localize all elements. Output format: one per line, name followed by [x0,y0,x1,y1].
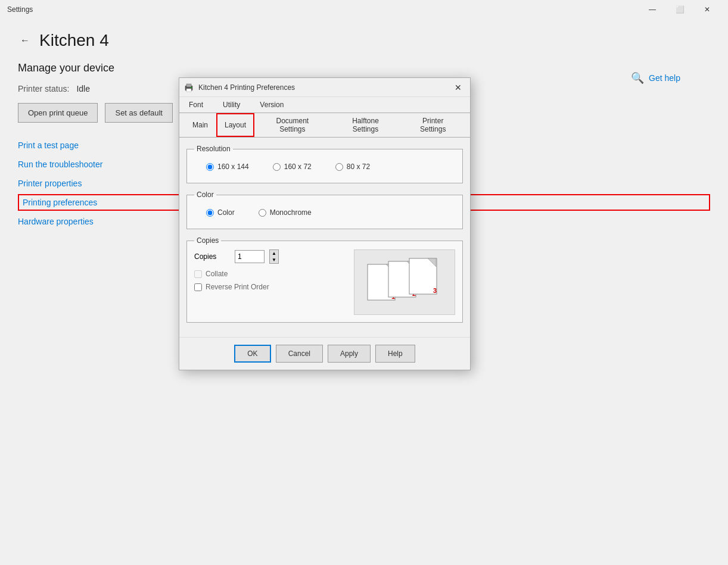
copies-legend: Copies [194,236,221,245]
svg-text:3: 3 [433,287,437,294]
dialog-footer: OK Cancel Apply Help [179,337,470,370]
resolution-radio-row: 160 x 144 160 x 72 80 x 72 [194,158,455,176]
tab-halftone-settings[interactable]: Halftone Settings [331,113,401,137]
resolution-80x72-label: 80 x 72 [347,163,370,171]
tab-printer-settings[interactable]: Printer Settings [400,113,465,137]
svg-rect-2 [186,89,191,92]
printer-status-label: Printer status: [18,84,69,93]
dialog-top-tabs: Font Utility Version [179,97,470,113]
page-header: ← Kitchen 4 [18,31,710,50]
monochrome-radio[interactable] [259,209,266,217]
color-radio[interactable] [206,209,214,217]
resolution-160x144[interactable]: 160 x 144 [206,163,249,171]
titlebar-left: Settings [7,5,33,14]
copies-input-row: Copies ▲ ▼ [194,249,344,264]
dialog-close-button[interactable]: ✕ [451,80,465,95]
color-group: Color Color Monochrome [186,191,463,229]
svg-point-3 [191,87,192,88]
collate-label: Collate [206,270,228,278]
titlebar: Settings — ⬜ ✕ [0,0,728,19]
resolution-radio-160x144[interactable] [206,163,214,171]
copies-controls: Copies ▲ ▼ Collate Reverse Print Order [194,249,344,296]
titlebar-controls: — ⬜ ✕ [639,0,721,19]
monochrome-label: Monochrome [270,208,312,217]
set-as-default-button[interactable]: Set as default [105,103,173,123]
open-print-queue-button[interactable]: Open print queue [18,103,98,123]
tab-version[interactable]: Version [250,97,294,113]
titlebar-title: Settings [7,5,33,14]
top-tab-group: Font Utility Version [179,97,470,113]
color-radio-row: Color Monochrome [194,204,455,221]
restore-button[interactable]: ⬜ [666,0,693,19]
back-button[interactable]: ← [18,33,32,48]
tab-font[interactable]: Font [179,97,213,113]
dialog-body: Resolution 160 x 144 160 x 72 80 x 72 Co… [179,138,470,337]
dialog-title: Kitchen 4 Printing Preferences [198,83,295,92]
copies-illustration: 1 2 3 [359,252,451,312]
copies-spinners: ▲ ▼ [269,249,279,264]
dialog-titlebar: Kitchen 4 Printing Preferences ✕ [179,78,470,97]
printing-preferences-dialog: Kitchen 4 Printing Preferences ✕ Font Ut… [179,77,471,370]
resolution-group: Resolution 160 x 144 160 x 72 80 x 72 [186,145,463,183]
resolution-160x72-label: 160 x 72 [284,163,312,171]
resolution-radio-160x72[interactable] [273,163,281,171]
resolution-160x144-label: 160 x 144 [217,163,249,171]
monochrome-option[interactable]: Monochrome [259,208,312,217]
apply-button[interactable]: Apply [328,345,371,363]
tab-utility[interactable]: Utility [213,97,250,113]
copies-increment[interactable]: ▲ [270,250,278,257]
copies-decrement[interactable]: ▼ [270,257,278,263]
tab-layout[interactable]: Layout [216,113,254,137]
resolution-160x72[interactable]: 160 x 72 [273,163,312,171]
svg-rect-1 [186,84,191,87]
help-button[interactable]: Help [375,345,415,363]
tab-document-settings[interactable]: Document Settings [254,113,331,137]
reverse-label: Reverse Print Order [206,283,269,291]
dialog-main-tabs: Main Layout Document Settings Halftone S… [179,113,470,138]
copies-group: Copies Copies ▲ ▼ Collate [186,236,463,323]
printer-status-value: Idle [76,84,90,93]
get-help[interactable]: 🔍 Get help [631,71,680,85]
dialog-titlebar-left: Kitchen 4 Printing Preferences [184,83,295,92]
reverse-print-row: Reverse Print Order [194,283,344,291]
close-button[interactable]: ✕ [693,0,721,19]
resolution-legend: Resolution [194,145,233,153]
page-title: Kitchen 4 [39,31,109,50]
ok-button[interactable]: OK [234,345,270,363]
copies-preview: 1 2 3 [354,249,455,315]
copies-input[interactable] [235,250,265,263]
resolution-80x72[interactable]: 80 x 72 [335,163,370,171]
color-legend: Color [194,191,216,199]
tab-main[interactable]: Main [184,113,216,137]
copies-inner: Copies ▲ ▼ Collate Reverse Print Order [194,249,455,315]
get-help-icon: 🔍 [631,71,644,85]
color-label: Color [217,208,235,217]
cancel-button[interactable]: Cancel [276,345,323,363]
color-option[interactable]: Color [206,208,235,217]
minimize-button[interactable]: — [639,0,666,19]
collate-row: Collate [194,270,344,278]
printer-icon [184,83,194,92]
get-help-label: Get help [649,73,680,83]
section-title: Manage your device [18,62,710,74]
collate-checkbox[interactable] [194,270,202,278]
resolution-radio-80x72[interactable] [335,163,343,171]
copies-label: Copies [194,252,230,261]
reverse-checkbox[interactable] [194,283,202,291]
